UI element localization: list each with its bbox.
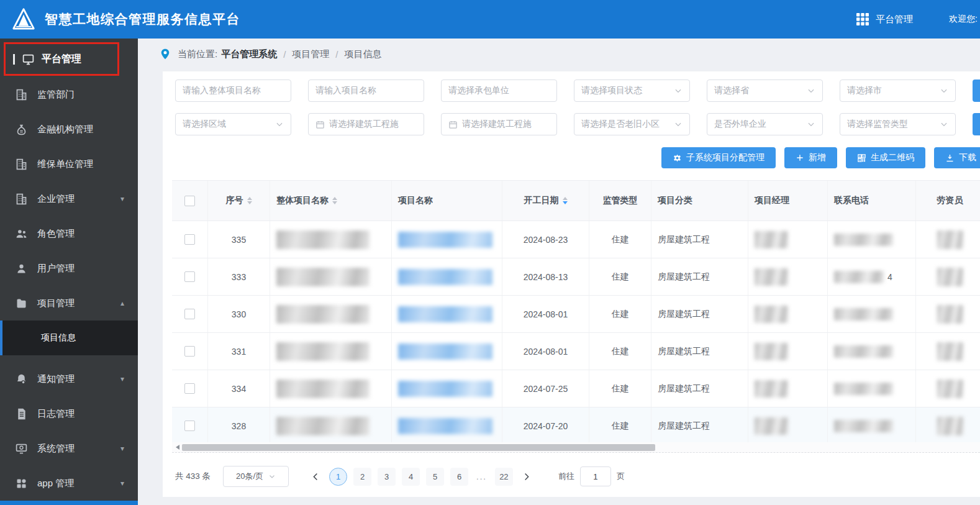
breadcrumb-item-project-mgmt[interactable]: 项目管理: [292, 48, 329, 60]
table-cell: [172, 258, 208, 295]
redacted-project-name-link[interactable]: [398, 343, 492, 360]
region-select[interactable]: 请选择区域: [175, 113, 291, 135]
redacted-project-manager: [755, 417, 788, 435]
col-header-seq[interactable]: 序号: [208, 181, 270, 221]
sidebar-item-finance-org[interactable]: 金融机构管理: [0, 112, 138, 147]
sidebar-item-platform[interactable]: 平台管理: [0, 39, 138, 77]
table-cell: [392, 258, 502, 295]
sidebar-item-log[interactable]: 日志管理: [0, 396, 138, 431]
column-label: 项目经理: [755, 195, 789, 206]
supervision-type-select[interactable]: 请选择监管类型: [840, 113, 956, 135]
horizontal-scrollbar[interactable]: [172, 442, 980, 453]
city-select[interactable]: 请选择市: [840, 80, 956, 102]
sidebar-item-user[interactable]: 用户管理: [0, 251, 138, 286]
construction-date-end[interactable]: 请选择建筑工程施: [441, 113, 557, 135]
breadcrumb-prefix: 当前位置:: [178, 48, 217, 60]
select-all-checkbox[interactable]: [184, 196, 195, 206]
placeholder-text: 请选择监管类型: [847, 119, 908, 130]
redacted-overall-project-name: [276, 342, 370, 361]
sidebar-item-role[interactable]: 角色管理: [0, 216, 138, 251]
project-status-select[interactable]: 请选择项目状态: [574, 80, 690, 102]
redacted-project-name-link[interactable]: [398, 269, 492, 285]
table-cell: [172, 333, 208, 370]
overall-project-name-input[interactable]: 请输入整体项目名称: [175, 80, 291, 102]
redacted-project-manager: [755, 268, 788, 286]
col-header-start-date[interactable]: 开工日期: [502, 181, 589, 221]
old-community-select[interactable]: 请选择是否老旧小区: [574, 113, 690, 135]
supervision-type-value: 住建: [612, 271, 629, 283]
row-checkbox[interactable]: [184, 234, 195, 245]
supervision-type-value: 住建: [612, 421, 629, 432]
row-checkbox[interactable]: [184, 421, 195, 431]
breadcrumb-separator: /: [335, 49, 338, 60]
goto-page-input[interactable]: 1: [580, 466, 611, 486]
sidebar-subitem-label: 项目信息: [41, 332, 76, 343]
breadcrumb-item-root[interactable]: 平台管理系统: [221, 48, 277, 60]
construction-date-start[interactable]: 请选择建筑工程施: [308, 113, 424, 135]
redacted-project-name-link[interactable]: [398, 232, 492, 248]
contact-phone-value: [834, 234, 893, 246]
table-cell: 334: [208, 370, 270, 407]
page-button-3[interactable]: 3: [378, 468, 396, 486]
row-checkbox[interactable]: [184, 383, 195, 394]
supervision-type-value: 住建: [612, 346, 629, 357]
column-label: 劳资员: [937, 195, 963, 206]
sidebar-item-notice[interactable]: 通知管理▾: [0, 362, 138, 396]
goto-unit: 页: [617, 471, 625, 482]
sort-icon[interactable]: [563, 197, 568, 204]
project-category-value: 房屋建筑工程: [658, 383, 710, 394]
subsystem-assign-button[interactable]: 子系统项目分配管理: [661, 147, 776, 168]
page-button-2[interactable]: 2: [353, 468, 371, 486]
prev-page-button[interactable]: [305, 467, 326, 486]
page-button-5[interactable]: 5: [426, 468, 444, 486]
external-enterprise-select[interactable]: 是否外埠企业: [707, 113, 823, 135]
next-page-button[interactable]: [516, 467, 537, 486]
search-button[interactable]: [973, 113, 980, 135]
project-name-input[interactable]: 请输入项目名称: [308, 80, 424, 102]
chevron-down-icon: [674, 120, 683, 129]
scrollbar-thumb[interactable]: [182, 444, 655, 451]
sort-icon[interactable]: [247, 197, 252, 204]
sidebar-subitem-project-info[interactable]: 项目信息: [0, 321, 138, 355]
page-button-6[interactable]: 6: [450, 468, 468, 486]
generate-qrcode-button[interactable]: 生成二维码: [846, 147, 925, 168]
contractor-select[interactable]: 请选择承包单位: [441, 80, 557, 102]
search-button[interactable]: [973, 80, 980, 102]
redacted-project-manager: [755, 380, 788, 398]
page-button-1[interactable]: 1: [329, 468, 347, 486]
header-nav-platform[interactable]: 平台管理: [876, 14, 913, 25]
page-size-value: 20条/页: [236, 471, 263, 482]
sidebar-item-enterprise[interactable]: 企业管理▾: [0, 181, 138, 216]
col-header-select[interactable]: [172, 181, 208, 221]
sort-icon[interactable]: [332, 197, 337, 204]
row-checkbox[interactable]: [184, 271, 195, 282]
col-header-project-name: 项目名称: [392, 181, 502, 221]
province-select[interactable]: 请选择省: [707, 80, 823, 102]
scroll-left-arrow-icon[interactable]: [176, 445, 179, 450]
redacted-project-name-link[interactable]: [398, 418, 492, 434]
row-checkbox[interactable]: [184, 309, 195, 319]
supervision-type-value: 住建: [612, 383, 629, 394]
page-size-select[interactable]: 20条/页: [223, 466, 289, 487]
redacted-overall-project-name: [276, 380, 370, 398]
sidebar-item-system[interactable]: 系统管理▾: [0, 431, 138, 466]
more-pages-button[interactable]: ...: [476, 472, 487, 481]
redacted-project-name-link[interactable]: [398, 381, 492, 397]
add-button[interactable]: 新增: [784, 147, 837, 168]
table-cell: 330: [208, 296, 270, 332]
page-button-4[interactable]: 4: [402, 468, 420, 486]
goto-label: 前往: [558, 471, 574, 482]
sidebar-item-supervision-dept[interactable]: 监管部门: [0, 77, 138, 112]
page-button-22[interactable]: 22: [495, 468, 513, 486]
sidebar-item-app[interactable]: app 管理▾: [0, 466, 138, 501]
redacted-project-manager: [755, 306, 788, 323]
redacted-project-name-link[interactable]: [398, 306, 492, 322]
row-checkbox[interactable]: [184, 346, 195, 357]
sidebar-item-maintenance-unit[interactable]: 维保单位管理: [0, 147, 138, 181]
breadcrumb-item-project-info[interactable]: 项目信息: [345, 48, 382, 60]
table-cell: [828, 221, 916, 258]
col-header-overall-name[interactable]: 整体项目名称: [270, 181, 392, 221]
download-button[interactable]: 下载: [934, 147, 980, 168]
sidebar-item-project[interactable]: 项目管理▴: [0, 286, 138, 321]
apps-grid-icon[interactable]: [855, 12, 870, 27]
